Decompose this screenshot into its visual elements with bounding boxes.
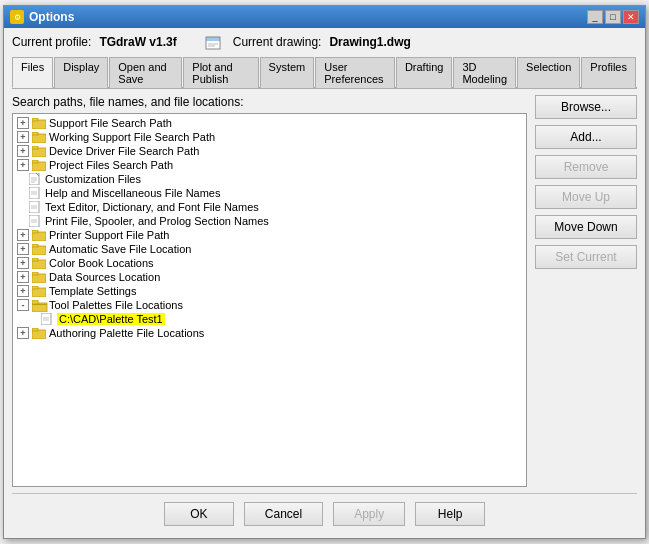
list-item[interactable]: + Authoring Palette File Locations [13,326,526,340]
minimize-button[interactable]: _ [587,10,603,24]
tree-item-label: Tool Palettes File Locations [49,299,183,311]
list-item[interactable]: Text Editor, Dictionary, and Font File N… [13,200,526,214]
help-button[interactable]: Help [415,502,485,526]
expand-icon[interactable]: + [17,327,29,339]
current-drawing-value: Drawing1.dwg [329,35,410,49]
tab-display[interactable]: Display [54,57,108,88]
svg-rect-1 [206,37,220,41]
tree-item-label: Customization Files [45,173,141,185]
svg-rect-22 [29,215,39,227]
search-paths-label: Search paths, file names, and file locat… [12,95,527,109]
tab-3d-modeling[interactable]: 3D Modeling [453,57,516,88]
tree-item-label: Support File Search Path [49,117,172,129]
tab-profiles[interactable]: Profiles [581,57,636,88]
tree-item-label: Project Files Search Path [49,159,173,171]
folder-icon [32,146,46,157]
folder-open-icon [32,300,46,311]
expand-icon[interactable]: + [17,229,29,241]
tree-item-label: Authoring Palette File Locations [49,327,204,339]
list-item[interactable]: Customization Files [13,172,526,186]
svg-rect-5 [32,118,38,121]
folder-icon [32,132,46,143]
folder-icon [32,258,46,269]
doc-icon [29,187,42,199]
expand-icon[interactable]: + [17,285,29,297]
expand-icon[interactable]: + [17,117,29,129]
doc-icon [29,201,42,213]
list-item[interactable]: + Printer Support File Path [13,228,526,242]
svg-rect-34 [32,286,38,289]
folder-icon [32,160,46,171]
svg-rect-28 [32,244,38,247]
folder-icon [32,244,46,255]
doc-icon [29,173,42,185]
list-item[interactable]: + Automatic Save File Location [13,242,526,256]
list-item[interactable]: Help and Miscellaneous File Names [13,186,526,200]
tree-container[interactable]: + Support File Search Path + Working Sup… [12,113,527,487]
svg-rect-36 [32,300,38,304]
current-drawing-label: Current drawing: [233,35,322,49]
list-item[interactable]: - Tool Palettes File Locations [13,298,526,312]
folder-icon [32,118,46,129]
cancel-button[interactable]: Cancel [244,502,323,526]
title-bar: ⚙ Options _ □ ✕ [4,6,645,28]
folder-icon [32,286,46,297]
tree-item-label: Device Driver File Search Path [49,145,199,157]
list-item[interactable]: + Color Book Locations [13,256,526,270]
move-up-button[interactable]: Move Up [535,185,637,209]
expand-icon[interactable]: + [17,159,29,171]
expand-icon[interactable]: - [17,299,29,311]
window-controls: _ □ ✕ [587,10,639,24]
tab-drafting[interactable]: Drafting [396,57,453,88]
ok-button[interactable]: OK [164,502,234,526]
tree-item-label: Template Settings [49,285,136,297]
expand-icon[interactable]: + [17,257,29,269]
svg-rect-38 [41,313,51,325]
remove-button[interactable]: Remove [535,155,637,179]
window-title: Options [29,10,74,24]
set-current-button[interactable]: Set Current [535,245,637,269]
list-item[interactable]: + Working Support File Search Path [13,130,526,144]
svg-rect-26 [32,230,38,233]
tree-item-label: Working Support File Search Path [49,131,215,143]
expand-icon[interactable]: + [17,271,29,283]
options-dialog: ⚙ Options _ □ ✕ Current profile: TGdraW … [3,5,646,539]
list-item[interactable]: Print File, Spooler, and Prolog Section … [13,214,526,228]
tree-item-label: Color Book Locations [49,257,154,269]
svg-rect-7 [32,132,38,135]
svg-rect-32 [32,272,38,275]
tree-item-label: Data Sources Location [49,271,160,283]
list-item[interactable]: + Project Files Search Path [13,158,526,172]
svg-rect-30 [32,258,38,261]
path-icon [41,313,54,325]
apply-button[interactable]: Apply [333,502,405,526]
tab-system[interactable]: System [260,57,315,88]
list-item[interactable]: C:\CAD\Palette Test1 [13,312,526,326]
maximize-button[interactable]: □ [605,10,621,24]
tab-selection[interactable]: Selection [517,57,580,88]
close-button[interactable]: ✕ [623,10,639,24]
tab-user-preferences[interactable]: User Preferences [315,57,395,88]
tree-item-label: Print File, Spooler, and Prolog Section … [45,215,269,227]
expand-icon[interactable]: + [17,131,29,143]
tab-files[interactable]: Files [12,57,53,88]
drawing-icon [205,34,225,50]
tab-plot-and-publish[interactable]: Plot and Publish [183,57,258,88]
tree-item-label: Text Editor, Dictionary, and Font File N… [45,201,259,213]
list-item[interactable]: + Device Driver File Search Path [13,144,526,158]
tab-open-and-save[interactable]: Open and Save [109,57,182,88]
folder-icon [32,328,46,339]
list-item[interactable]: + Template Settings [13,284,526,298]
expand-icon[interactable]: + [17,145,29,157]
folder-icon [32,272,46,283]
browse-button[interactable]: Browse... [535,95,637,119]
tree-item-label: Automatic Save File Location [49,243,191,255]
expand-icon[interactable]: + [17,243,29,255]
list-item[interactable]: + Data Sources Location [13,270,526,284]
add-button[interactable]: Add... [535,125,637,149]
move-down-button[interactable]: Move Down [535,215,637,239]
bottom-bar: OK Cancel Apply Help [12,493,637,530]
svg-rect-11 [32,160,38,163]
list-item[interactable]: + Support File Search Path [13,116,526,130]
doc-icon [29,215,42,227]
